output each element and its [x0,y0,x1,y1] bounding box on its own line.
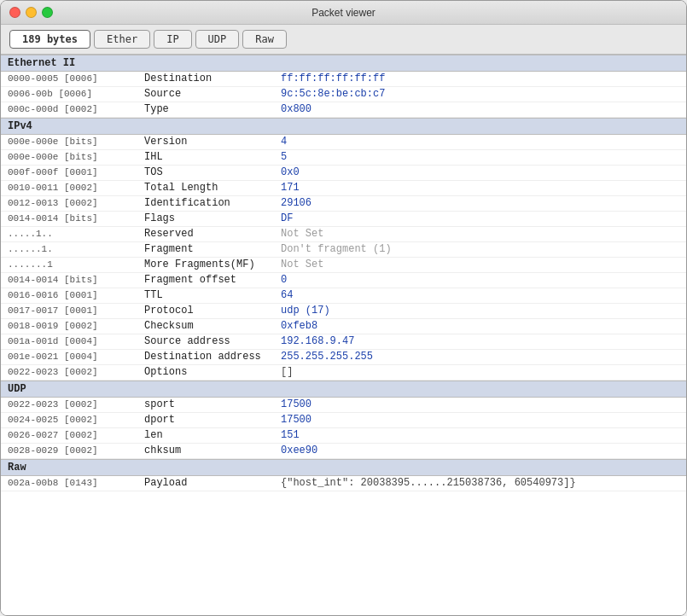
table-row[interactable]: 000e-000e [bits]Version4 [1,135,686,150]
row-offset: 0016-0016 [0001] [8,290,144,300]
table-row[interactable]: 001a-001d [0004]Source address192.168.9.… [1,334,686,350]
row-value: 192.168.9.47 [281,335,679,347]
row-offset: 0024-0025 [0002] [8,415,144,425]
row-field: Destination address [144,351,281,363]
table-row[interactable]: 0022-0023 [0002]Options[] [1,365,686,381]
table-row[interactable]: 0018-0019 [0002]Checksum0xfeb8 [1,319,686,334]
row-field: Source [144,88,281,100]
row-field: Total Length [144,182,281,194]
row-offset: 0022-0023 [0002] [8,367,144,377]
row-offset: 001a-001d [0004] [8,336,144,346]
tab-ether[interactable]: Ether [94,30,150,49]
row-value: 5 [281,151,679,163]
table-row[interactable]: ......1.FragmentDon't fragment (1) [1,242,686,258]
row-field: Options [144,366,281,378]
row-offset: 0017-0017 [0001] [8,305,144,316]
table-row[interactable]: 0010-0011 [0002]Total Length171 [1,181,686,196]
section-header-ipv4: IPv4 [1,118,686,135]
row-offset: ......1. [8,244,144,254]
row-field: Destination [144,73,281,84]
row-value: 4 [281,136,679,148]
row-field: TOS [144,166,281,178]
row-field: Checksum [144,320,281,332]
section-header-raw: Raw [1,459,686,476]
table-row[interactable]: 002a-00b8 [0143]Payload{"host_int": 2003… [1,476,686,491]
row-field: Fragment offset [144,274,281,286]
row-field: sport [144,398,281,410]
tab-raw[interactable]: Raw [242,30,287,49]
row-field: len [144,429,281,441]
row-offset: 002a-00b8 [0143] [8,478,144,488]
packet-viewer-window: Packet viewer 189 bytesEtherIPUDPRaw Eth… [0,0,687,616]
row-value: 0xfeb8 [281,320,679,332]
row-value: 151 [281,429,679,441]
row-offset: 0010-0011 [0002] [8,183,144,193]
table-row[interactable]: 0000-0005 [0006]Destinationff:ff:ff:ff:f… [1,72,686,87]
table-row[interactable]: 001e-0021 [0004]Destination address255.2… [1,350,686,365]
row-offset: .....1.. [8,229,144,239]
table-row[interactable]: .......1More Fragments(MF)Not Set [1,258,686,273]
row-value: 17500 [281,414,679,426]
row-field: TTL [144,289,281,301]
row-value: 17500 [281,398,679,410]
row-offset: 0022-0023 [0002] [8,399,144,410]
table-row[interactable]: 0012-0013 [0002]Identification29106 [1,196,686,212]
table-row[interactable]: 0014-0014 [bits]Fragment offset0 [1,273,686,288]
row-field: Type [144,103,281,115]
minimize-button[interactable] [26,7,37,18]
table-row[interactable]: 000c-000d [0002]Type0x800 [1,102,686,118]
row-field: Source address [144,335,281,347]
row-offset: 0026-0027 [0002] [8,430,144,440]
table-row[interactable]: 000e-000e [bits]IHL5 [1,150,686,166]
row-offset: 0006-00b [0006] [8,89,144,99]
row-value: 0xee90 [281,445,679,456]
row-offset: 000f-000f [0001] [8,167,144,177]
window-controls [9,7,53,18]
row-field: Flags [144,212,281,224]
row-field: IHL [144,151,281,163]
table-row[interactable]: 0017-0017 [0001]Protocoludp (17) [1,304,686,319]
tab-udp[interactable]: UDP [195,30,240,49]
row-field: Protocol [144,305,281,317]
row-value: 29106 [281,197,679,209]
row-value: Not Set [281,259,679,270]
maximize-button[interactable] [42,7,53,18]
row-value: 9c:5c:8e:be:cb:c7 [281,88,679,100]
table-row[interactable]: 0016-0016 [0001]TTL64 [1,288,686,304]
table-row[interactable]: .....1..ReservedNot Set [1,227,686,242]
row-offset: 0014-0014 [bits] [8,275,144,285]
section-header-udp: UDP [1,381,686,398]
tab-ip[interactable]: IP [154,30,191,49]
row-value: udp (17) [281,305,679,317]
row-field: More Fragments(MF) [144,259,281,270]
row-field: chksum [144,445,281,456]
table-row[interactable]: 0026-0027 [0002]len151 [1,428,686,444]
tab-bytes[interactable]: 189 bytes [9,30,90,49]
row-value: [] [281,366,679,378]
close-button[interactable] [9,7,20,18]
row-value: DF [281,212,679,224]
row-offset: 000e-000e [bits] [8,137,144,147]
section-header-ethernet2: Ethernet II [1,55,686,72]
row-field: Payload [144,477,281,489]
table-row[interactable]: 0028-0029 [0002]chksum0xee90 [1,444,686,459]
row-field: Fragment [144,243,281,255]
row-field: dport [144,414,281,426]
row-offset: 0028-0029 [0002] [8,445,144,456]
table-row[interactable]: 000f-000f [0001]TOS0x0 [1,166,686,181]
row-offset: 000e-000e [bits] [8,152,144,162]
row-value: 0x0 [281,166,679,178]
row-value: 0x800 [281,103,679,115]
row-field: Reserved [144,228,281,240]
packet-content[interactable]: Ethernet II0000-0005 [0006]Destinationff… [1,55,686,615]
row-field: Version [144,136,281,148]
row-value: Don't fragment (1) [281,243,679,255]
table-row[interactable]: 0024-0025 [0002]dport17500 [1,413,686,428]
row-offset: .......1 [8,259,144,270]
table-row[interactable]: 0014-0014 [bits]FlagsDF [1,212,686,227]
table-row[interactable]: 0006-00b [0006]Source9c:5c:8e:be:cb:c7 [1,87,686,102]
table-row[interactable]: 0022-0023 [0002]sport17500 [1,398,686,413]
row-offset: 001e-0021 [0004] [8,352,144,362]
window-title: Packet viewer [311,7,376,19]
row-offset: 0018-0019 [0002] [8,321,144,331]
